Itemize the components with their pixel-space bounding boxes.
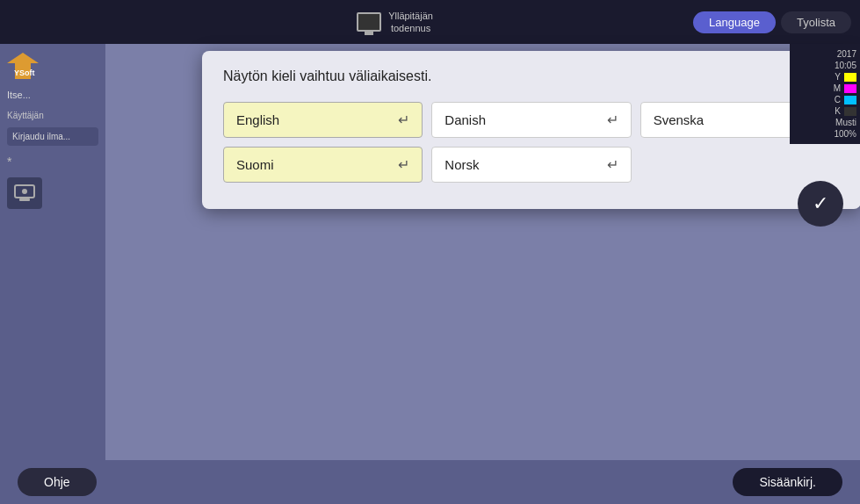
language-dialog: Näytön kieli vaihtuu väliaikaisesti. Eng… (202, 51, 860, 209)
top-bar-buttons: Language Tyolista (693, 11, 851, 33)
info-c-label: C (835, 95, 841, 104)
svg-point-3 (22, 189, 27, 194)
dialog-title: Näytön kieli vaihtuu väliaikaisesti. (223, 68, 840, 84)
enter-icon-english: ↵ (398, 112, 409, 128)
sidebar-icon-box[interactable] (7, 177, 42, 209)
language-svenska-label: Svenska (654, 112, 705, 127)
confirm-checkmark-icon: ✓ (813, 192, 828, 215)
enter-icon-danish: ↵ (607, 112, 618, 128)
language-button[interactable]: Language (693, 11, 776, 33)
language-danish-label: Danish (444, 112, 486, 127)
top-bar: Ylläpitäjän todennus Language Tyolista (0, 0, 860, 44)
info-musti-row: Musti (793, 118, 856, 127)
language-norsk-btn[interactable]: Norsk ↵ (431, 147, 631, 183)
sidebar-login-btn[interactable]: Kirjaudu ilma... (7, 127, 98, 146)
m-color-block (844, 84, 856, 93)
tyolista-button[interactable]: Tyolista (781, 11, 851, 33)
info-c-row: C (793, 95, 856, 104)
language-english-btn[interactable]: English ↵ (223, 102, 423, 138)
bottom-bar: Ohje Sisäänkirj. (0, 460, 860, 504)
info-time-row: 10:05 (793, 61, 856, 70)
language-norsk-label: Norsk (444, 157, 479, 172)
help-button[interactable]: Ohje (18, 468, 97, 496)
svg-text:YSoft: YSoft (14, 68, 35, 77)
language-suomi-label: Suomi (236, 157, 274, 172)
info-percent-row: 100% (793, 129, 856, 139)
k-color-block (844, 107, 856, 116)
info-panel: 2017 10:05 Y M C K Musti 100% (790, 44, 860, 144)
info-y-label: Y (835, 72, 841, 82)
monitor-icon (357, 12, 381, 32)
sidebar-title: Itse... (7, 90, 98, 100)
svg-rect-4 (19, 198, 30, 201)
c-color-block (844, 96, 856, 104)
sidebar-box-icon (14, 184, 35, 202)
content-area: Näytön kieli vaihtuu väliaikaisesti. Eng… (105, 44, 860, 460)
language-grid: English ↵ Danish ↵ Svenska ↵ Suomi ↵ (223, 102, 840, 183)
login-button[interactable]: Sisäänkirj. (733, 468, 842, 496)
info-year-row: 2017 (793, 49, 856, 59)
sidebar: YSoft Itse... Käyttäjän Kirjaudu ilma...… (0, 44, 105, 460)
language-danish-btn[interactable]: Danish ↵ (431, 102, 631, 138)
y-color-block (844, 73, 856, 82)
info-time: 10:05 (835, 61, 856, 70)
info-year: 2017 (837, 49, 856, 59)
top-bar-title: Ylläpitäjän todennus (388, 10, 433, 35)
language-english-label: English (236, 112, 279, 127)
enter-icon-suomi: ↵ (398, 156, 409, 173)
info-musti: Musti (835, 118, 856, 127)
ysoft-logo-icon: YSoft (7, 53, 39, 79)
info-k-row: K (793, 106, 856, 116)
confirm-button[interactable]: ✓ (798, 181, 843, 227)
language-suomi-btn[interactable]: Suomi ↵ (223, 147, 423, 183)
enter-icon-norsk: ↵ (607, 156, 618, 173)
logo-area: YSoft (7, 53, 98, 79)
top-bar-center: Ylläpitäjän todennus (357, 10, 433, 35)
sidebar-section-title: Käyttäjän (7, 111, 98, 120)
info-k-label: K (835, 106, 841, 116)
asterisk-label: * (7, 153, 98, 170)
info-y-row: Y (793, 72, 856, 82)
main-area: YSoft Itse... Käyttäjän Kirjaudu ilma...… (0, 44, 860, 460)
info-m-row: M (793, 83, 856, 93)
info-percent: 100% (834, 129, 856, 139)
info-m-label: M (834, 83, 841, 93)
